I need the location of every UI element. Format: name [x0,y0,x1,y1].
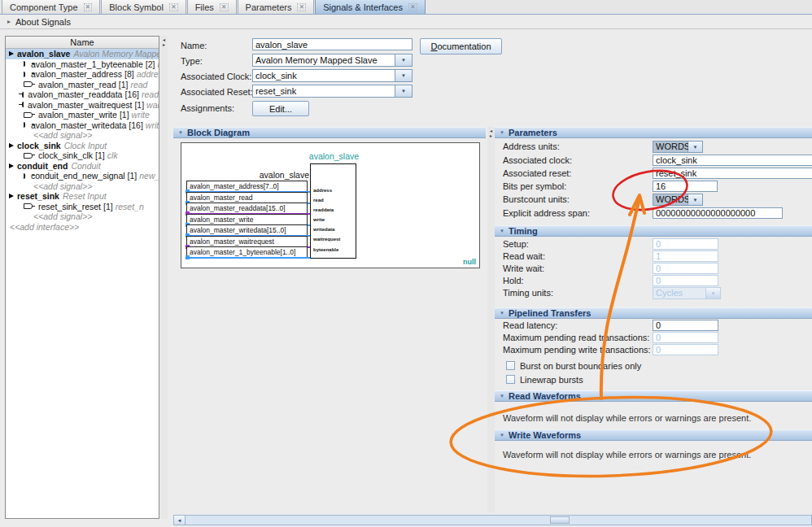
name-input[interactable] [252,38,413,50]
add-signal-row[interactable]: <<add signal>> [6,211,159,222]
param-combo[interactable]: WORDS▼ [653,141,703,153]
tree-signal-row[interactable]: conduit_end_new_signal[1]new_si [6,171,159,181]
diagram-signal-box[interactable]: avalon_master_1_byteenable[1..0] [186,246,308,257]
splitter-collapse-icon[interactable]: ◂▸ [160,37,168,47]
associated-clock-combo[interactable]: clock_sink ▼ [252,69,413,82]
scrollbar-thumb[interactable] [550,516,570,524]
param-row: Setup: [503,238,812,250]
tree-signal-row[interactable]: avalon_master_writedata[16]writ [6,120,159,131]
close-icon[interactable]: ✕ [169,3,178,11]
tree-signal-row[interactable]: reset_sink_reset[1]reset_n [6,202,159,212]
param-label: Maximum pending read transactions: [503,333,649,342]
tree-interface-row[interactable]: clock_sinkClock Input [6,141,159,151]
chevron-down-icon[interactable]: ▼ [688,194,703,206]
param-checkbox[interactable]: Linewrap bursts [506,374,583,385]
close-icon[interactable]: ✕ [297,3,306,11]
collapse-icon[interactable]: ▼ [178,130,183,135]
tree-signal-row[interactable]: avalon_master_write[1]write [6,110,159,120]
interface-icon [9,143,14,148]
param-label: Read wait: [503,251,545,261]
diagram-signal-box[interactable]: avalon_master_address[7..0] [186,181,308,191]
breadcrumb[interactable]: ▸ About Signals [0,15,812,29]
tree-column-header[interactable]: Name [6,37,159,49]
tree-signal-row[interactable]: avalon_master_waitrequest[1]wai [6,100,159,111]
horizontal-scrollbar[interactable]: ◄ [173,515,812,525]
tree-interface-row[interactable]: reset_sinkReset Input [6,191,159,202]
tab-block-symbol[interactable]: Block Symbol✕ [101,0,186,14]
collapse-icon[interactable]: ▼ [500,311,504,316]
chevron-down-icon: ▼ [706,287,721,299]
tab-component-type[interactable]: Component Type✕ [2,0,100,14]
add-interface-row[interactable]: <<add interface>> [6,222,159,233]
param-checkbox[interactable]: Burst on burst boundaries only [506,360,641,371]
add-interface-label: <<add interface>> [10,222,79,233]
collapse-icon[interactable]: ▼ [500,394,504,399]
diagram-signal[interactable]: avalon_master_1_byteenable[1..0] [186,246,312,259]
splitter-collapse-icon[interactable]: ◂▸ [487,128,495,138]
param-input[interactable] [653,207,783,219]
add-signal-row[interactable]: <<add signal>> [6,130,159,141]
checkbox-icon[interactable] [506,375,515,384]
section-header-write-waveforms[interactable]: ▼Write Waveforms [495,429,812,441]
param-input[interactable] [653,181,718,192]
diagram-signal-box[interactable]: avalon_master_readdata[15..0] [186,203,308,213]
tree-signal-row[interactable]: avalon_master_read[1]read [6,80,159,90]
tree-signal-row[interactable]: clock_sink_clk[1]clk [6,150,159,161]
param-input [653,275,718,286]
tree-signal-row[interactable]: avalon_master_1_byteenable[2]by [6,59,159,70]
param-label: Maximum pending write transactions: [503,345,651,355]
tree-interface-row[interactable]: avalon_slaveAvalon Memory Mapped [6,49,159,59]
diagram-signal-box[interactable]: avalon_master_write [186,214,308,224]
diagram-signal-box[interactable]: avalon_master_writedata[15..0] [186,224,308,235]
diagram-port-labels: addressreadreaddatawritewritedatawaitreq… [311,164,356,255]
collapse-icon[interactable]: ▼ [500,433,504,438]
param-input[interactable] [653,320,718,331]
tab-bar: Component Type✕Block Symbol✕Files✕Parame… [0,0,812,15]
tree-signal-row[interactable]: avalon_master_address[8]addres [6,69,159,80]
section-header-parameters[interactable]: ▼Parameters [495,127,812,138]
signal-name: avalon_master_address [31,69,122,80]
signal-name: avalon_master_readdata [28,89,122,100]
edit-assignments-button[interactable]: Edit... [252,101,309,116]
diagram-signal-box[interactable]: avalon_master_read [186,192,308,203]
tab-files[interactable]: Files✕ [187,0,237,14]
tab-parameters[interactable]: Parameters✕ [238,0,315,14]
documentation-button[interactable]: Documentation [420,38,502,54]
close-icon[interactable]: ✕ [84,3,93,11]
port-label: address [313,185,356,195]
center-splitter[interactable]: ◂▸ [487,127,495,512]
close-icon[interactable]: ✕ [220,3,229,11]
tree-interface-row[interactable]: conduit_endConduit [6,161,159,172]
checkbox-icon[interactable] [506,361,515,370]
tab-signals-interfaces[interactable]: Signals & Interfaces✕ [315,0,426,14]
collapse-icon[interactable]: ▼ [500,229,504,233]
signal-port-icon [24,61,25,67]
section-header-timing[interactable]: ▼Timing [495,225,812,237]
section-title: Pipelined Transfers [509,308,591,318]
chevron-down-icon[interactable]: ▼ [395,54,413,67]
signal-role: reset_n [116,202,144,212]
expander-icon[interactable]: ▸ [7,18,11,25]
checkbox-label: Burst on burst boundaries only [520,361,641,371]
type-combo[interactable]: Avalon Memory Mapped Slave ▼ [252,54,413,67]
tree-signal-row[interactable]: avalon_master_readdata[16]read [6,89,159,100]
section-title: Write Waveforms [509,430,581,440]
diagram-signal-box[interactable]: avalon_master_waitrequest [186,236,308,246]
param-input[interactable] [653,168,812,179]
block-diagram-header[interactable]: ▼ Block Diagram [173,127,486,138]
chevron-down-icon[interactable]: ▼ [395,85,413,98]
waveform-warning-text: Waveform will not display while errors o… [503,413,751,423]
close-icon[interactable]: ✕ [408,3,417,11]
associated-reset-combo[interactable]: reset_sink ▼ [252,85,413,98]
left-splitter[interactable]: ◂▸ [160,36,168,519]
scroll-left-icon[interactable]: ◄ [174,516,186,525]
param-input[interactable] [653,155,812,166]
collapse-icon[interactable]: ▼ [500,130,504,135]
section-header-pipelined-transfers[interactable]: ▼Pipelined Transfers [495,307,812,319]
param-label: Timing units: [503,288,553,298]
chevron-down-icon[interactable]: ▼ [688,141,703,153]
chevron-down-icon[interactable]: ▼ [395,69,413,82]
add-signal-row[interactable]: <<add signal>> [6,181,159,192]
param-combo[interactable]: WORDS▼ [653,194,703,206]
section-header-read-waveforms[interactable]: ▼Read Waveforms [495,390,812,402]
